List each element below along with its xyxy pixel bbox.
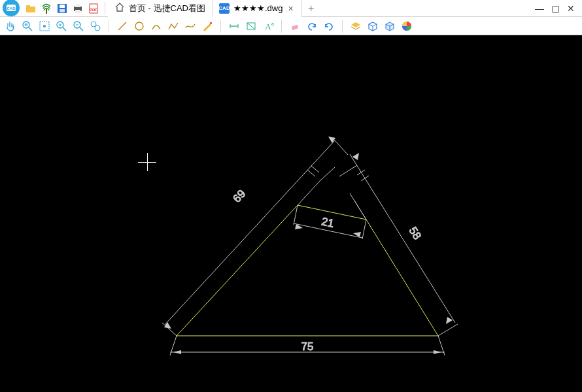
svg-line-60 <box>361 176 369 181</box>
svg-point-18 <box>43 25 46 27</box>
svg-rect-10 <box>75 5 80 7</box>
svg-line-55 <box>350 154 455 323</box>
svg-line-48 <box>320 167 335 180</box>
layers-icon[interactable] <box>349 20 362 33</box>
dim-left-label: 69 <box>231 188 248 205</box>
svg-point-27 <box>95 25 100 31</box>
circle-tool-icon[interactable] <box>133 20 146 33</box>
print-icon[interactable] <box>72 3 84 14</box>
pdf-icon[interactable]: PDF <box>88 3 99 14</box>
svg-line-20 <box>63 27 66 31</box>
tab-home-label: 首页 - 迅捷CAD看图 <box>129 3 205 14</box>
svg-text:PDF: PDF <box>90 8 97 12</box>
svg-line-28 <box>118 22 126 30</box>
svg-line-57 <box>307 170 315 176</box>
minimize-button[interactable]: — <box>535 4 544 13</box>
svg-line-47 <box>162 323 177 336</box>
open-icon[interactable] <box>25 3 37 14</box>
undo-icon[interactable] <box>305 20 318 33</box>
3d-cube-icon[interactable] <box>383 20 396 33</box>
spline-tool-icon[interactable] <box>184 20 197 33</box>
edit-tool-icon[interactable] <box>201 20 214 33</box>
svg-rect-3 <box>26 7 35 12</box>
svg-line-58 <box>311 166 319 172</box>
window-controls: — ▢ ✕ <box>528 4 582 13</box>
svg-line-49 <box>298 180 320 205</box>
separator <box>281 20 282 33</box>
pan-hand-icon[interactable] <box>4 20 17 33</box>
zoom-realtime-icon[interactable] <box>89 20 102 33</box>
app-logo: CAD <box>1 0 21 18</box>
tab-file[interactable]: CAD ★★★★.dwg × <box>213 0 302 17</box>
separator <box>342 20 343 33</box>
svg-line-51 <box>165 140 335 325</box>
tab-home[interactable]: 首页 - 迅捷CAD看图 <box>108 0 213 17</box>
color-wheel-icon[interactable] <box>400 20 413 33</box>
svg-rect-8 <box>60 9 65 12</box>
arc-tool-icon[interactable] <box>150 20 163 33</box>
svg-rect-5 <box>46 9 47 14</box>
svg-point-26 <box>91 22 96 27</box>
svg-text:a: a <box>271 22 274 26</box>
svg-line-59 <box>357 170 365 175</box>
svg-text:⊕: ⊕ <box>24 22 28 27</box>
home-icon <box>114 2 125 14</box>
measure-area-icon[interactable] <box>245 20 258 33</box>
close-button[interactable]: ✕ <box>566 4 575 13</box>
zoom-window-icon[interactable]: ⊕ <box>21 20 34 33</box>
zoom-out-icon[interactable] <box>72 20 85 33</box>
separator <box>109 20 109 33</box>
separator <box>220 20 221 33</box>
tab-close-icon[interactable]: × <box>286 3 294 14</box>
svg-line-62 <box>362 220 366 239</box>
drawing-canvas[interactable]: 75 69 58 <box>0 35 582 392</box>
svg-line-61 <box>294 205 298 225</box>
svg-line-35 <box>247 23 255 29</box>
svg-point-29 <box>135 22 143 30</box>
quick-access-toolbar: PDF <box>22 3 102 14</box>
block-icon[interactable] <box>366 20 379 33</box>
maximize-button[interactable]: ▢ <box>551 4 560 13</box>
zoom-in-icon[interactable] <box>55 20 68 33</box>
svg-line-54 <box>339 165 357 176</box>
svg-line-52 <box>438 324 458 336</box>
svg-rect-4 <box>26 5 30 7</box>
svg-text:A: A <box>265 22 271 31</box>
svg-line-24 <box>80 27 83 31</box>
drawing-svg: 75 69 58 <box>0 35 582 392</box>
svg-line-56 <box>350 193 366 220</box>
svg-rect-7 <box>60 5 65 8</box>
palm-icon[interactable] <box>41 3 52 14</box>
redo-icon[interactable] <box>322 20 335 33</box>
tab-add-button[interactable]: + <box>302 0 320 17</box>
svg-rect-30 <box>210 22 212 24</box>
svg-line-15 <box>29 27 32 31</box>
svg-rect-38 <box>291 24 298 30</box>
dim-top-label: 21 <box>320 215 335 230</box>
save-icon[interactable] <box>56 3 68 14</box>
zoom-extents-icon[interactable] <box>38 20 51 33</box>
polyline-tool-icon[interactable] <box>167 20 180 33</box>
separator <box>105 2 105 15</box>
svg-rect-11 <box>75 10 80 13</box>
title-bar: CAD PDF 首页 - 迅捷CAD看图 CAD ★★★★.dwg × + — … <box>0 0 582 17</box>
text-tool-icon[interactable]: Aa <box>262 20 275 33</box>
dim-right-label: 58 <box>407 225 424 242</box>
svg-line-50 <box>335 140 348 155</box>
dwg-file-icon: CAD <box>219 3 230 14</box>
measure-dist-icon[interactable] <box>228 20 241 33</box>
svg-text:CAD: CAD <box>7 7 16 10</box>
tab-file-label: ★★★★.dwg <box>233 3 282 13</box>
tab-strip: 首页 - 迅捷CAD看图 CAD ★★★★.dwg × + <box>108 0 320 17</box>
dim-base-label: 75 <box>301 340 314 353</box>
line-tool-icon[interactable] <box>116 20 129 33</box>
erase-icon[interactable] <box>288 20 301 33</box>
main-toolbar: ⊕ Aa <box>0 17 582 35</box>
svg-line-41 <box>177 205 298 336</box>
